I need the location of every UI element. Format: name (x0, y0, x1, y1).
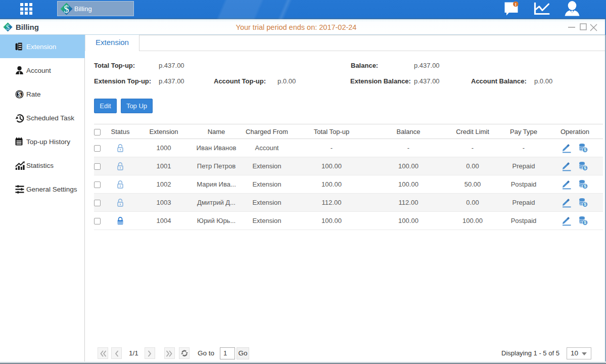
svg-text:$: $ (18, 91, 21, 98)
svg-text:$: $ (584, 220, 586, 225)
svg-text:$: $ (584, 202, 586, 207)
svg-text:$: $ (584, 184, 586, 189)
svg-text:!: ! (515, 2, 517, 7)
svg-text:$: $ (584, 165, 586, 170)
svg-text:$: $ (584, 147, 586, 152)
svg-text:$: $ (64, 3, 69, 15)
